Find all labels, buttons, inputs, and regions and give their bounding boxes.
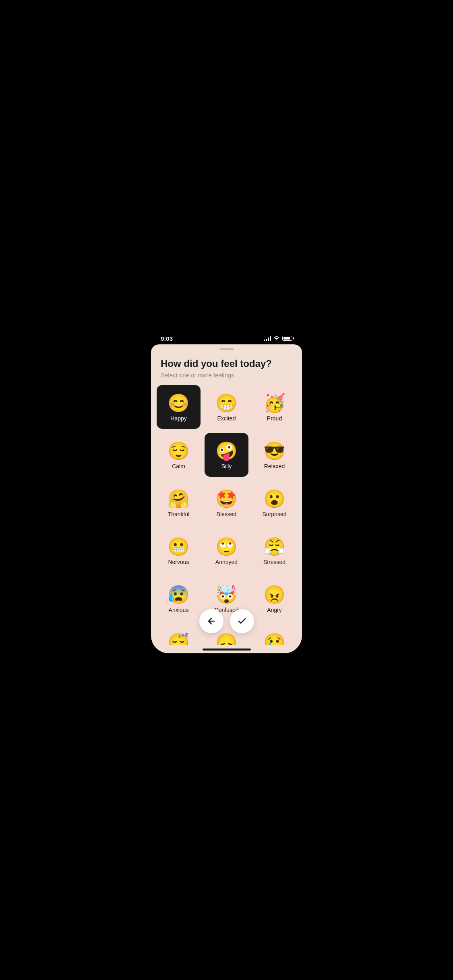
feeling-emoji-tired: 😴 xyxy=(168,634,190,646)
feeling-emoji-confused: 🤯 xyxy=(215,586,238,603)
feeling-label-calm: Calm xyxy=(172,463,185,469)
feeling-emoji-angry: 😠 xyxy=(263,586,285,603)
feeling-emoji-proud: 🥳 xyxy=(263,394,285,412)
feeling-emoji-stressed: 😤 xyxy=(263,538,285,556)
home-indicator xyxy=(203,649,251,651)
feeling-label-happy: Happy xyxy=(170,415,186,422)
feeling-card-stressed[interactable]: 😤Stressed xyxy=(252,529,296,572)
feeling-card-calm[interactable]: 😌Calm xyxy=(157,433,201,477)
feeling-label-annoyed: Annoyed xyxy=(215,559,238,565)
feeling-label-nervous: Nervous xyxy=(168,559,189,565)
feeling-card-relaxed[interactable]: 😎Relaxed xyxy=(252,433,296,477)
feeling-emoji-sad: 😞 xyxy=(215,634,238,646)
feeling-label-excited: Excited xyxy=(217,415,236,422)
feeling-card-blessed[interactable]: 🤩Blessed xyxy=(205,481,248,525)
feeling-card-excited[interactable]: 😁Excited xyxy=(205,385,248,429)
feeling-emoji-annoyed: 🙄 xyxy=(215,538,238,556)
feeling-card-crying[interactable]: 😢Crying xyxy=(252,624,296,645)
feeling-card-happy[interactable]: 😊Happy xyxy=(157,385,201,429)
battery-icon xyxy=(282,336,292,341)
feeling-card-annoyed[interactable]: 🙄Annoyed xyxy=(205,529,248,572)
feeling-label-surprised: Surprised xyxy=(263,511,287,517)
feeling-label-silly: Silly xyxy=(221,463,232,469)
feeling-label-angry: Angry xyxy=(267,607,282,613)
status-time: 9:03 xyxy=(161,335,173,342)
feeling-emoji-happy: 😊 xyxy=(168,394,190,412)
confirm-button[interactable] xyxy=(230,609,254,633)
feeling-card-silly[interactable]: 🤪Silly xyxy=(205,433,248,477)
feeling-card-nervous[interactable]: 😬Nervous xyxy=(157,529,201,572)
feeling-emoji-crying: 😢 xyxy=(263,634,285,646)
feeling-card-thankful[interactable]: 🤗Thankful xyxy=(157,481,201,525)
feeling-card-angry[interactable]: 😠Angry xyxy=(252,576,296,620)
status-bar: 9:03 xyxy=(151,327,302,344)
page-title: How did you feel today? xyxy=(161,358,292,369)
feeling-label-thankful: Thankful xyxy=(168,511,190,517)
feeling-label-relaxed: Relaxed xyxy=(264,463,285,469)
feeling-emoji-anxious: 😰 xyxy=(168,586,190,603)
feeling-label-blessed: Blessed xyxy=(217,511,237,517)
feeling-label-anxious: Anxious xyxy=(169,607,189,613)
page-subtitle: Select one or more feelings xyxy=(161,372,292,379)
header: How did you feel today? Select one or mo… xyxy=(151,350,302,385)
feeling-card-proud[interactable]: 🥳Proud xyxy=(252,385,296,429)
bottom-sheet: How did you feel today? Select one or mo… xyxy=(151,344,302,645)
feeling-label-proud: Proud xyxy=(267,415,282,422)
feeling-emoji-relaxed: 😎 xyxy=(263,442,285,460)
feeling-emoji-silly: 🤪 xyxy=(215,442,238,460)
feeling-emoji-nervous: 😬 xyxy=(168,538,190,556)
status-icons xyxy=(264,336,292,342)
feeling-label-stressed: Stressed xyxy=(263,559,285,565)
feeling-emoji-surprised: 😮 xyxy=(263,490,285,508)
feelings-grid: 😊Happy😁Excited🥳Proud😌Calm🤪Silly😎Relaxed🤗… xyxy=(151,385,302,645)
feeling-emoji-excited: 😁 xyxy=(215,394,238,412)
signal-icon xyxy=(264,336,271,341)
feeling-card-surprised[interactable]: 😮Surprised xyxy=(252,481,296,525)
back-button[interactable] xyxy=(199,609,223,633)
home-bar xyxy=(151,645,302,653)
feeling-card-anxious[interactable]: 😰Anxious xyxy=(157,576,201,620)
feeling-emoji-blessed: 🤩 xyxy=(215,490,238,508)
feeling-card-tired[interactable]: 😴Tired xyxy=(157,624,201,645)
wifi-icon xyxy=(273,336,280,342)
feeling-emoji-thankful: 🤗 xyxy=(168,490,190,508)
feeling-emoji-calm: 😌 xyxy=(168,442,190,460)
